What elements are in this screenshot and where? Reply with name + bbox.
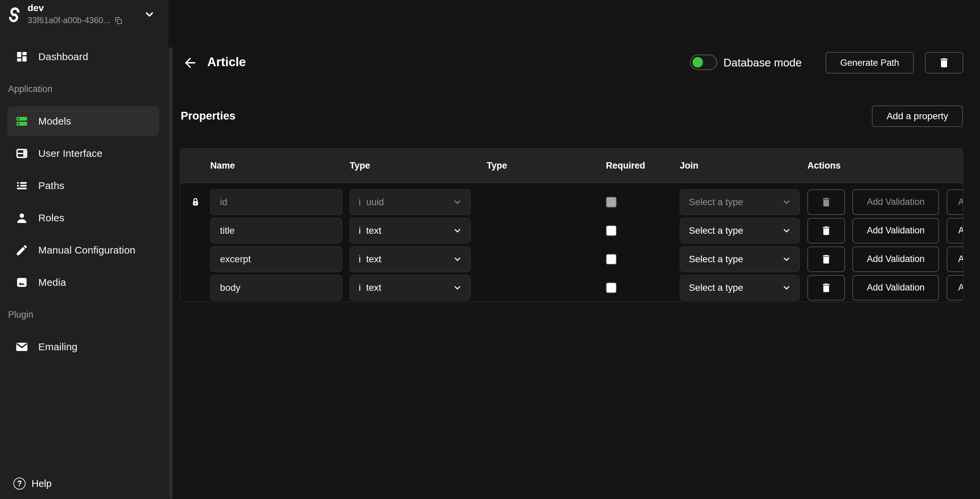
app-logo-icon — [7, 7, 22, 23]
join-type-select[interactable]: Select a type — [680, 189, 800, 215]
toggle-knob — [692, 57, 703, 67]
sidebar-item-manual-configuration[interactable]: Manual Configuration — [0, 234, 169, 266]
add-property-button[interactable]: Add a property — [872, 105, 963, 127]
workspace-name: dev — [27, 3, 44, 13]
type-prefix-icon: i — [359, 283, 361, 293]
property-row-title: itext Select a type — [180, 216, 963, 245]
join-placeholder: Select a type — [689, 197, 743, 208]
paths-list-icon — [14, 179, 30, 192]
trash-icon — [821, 254, 832, 265]
join-type-select[interactable]: Select a type — [680, 218, 800, 243]
back-arrow-button[interactable] — [182, 55, 198, 70]
help-label: Help — [32, 478, 52, 489]
dashboard-icon — [14, 50, 30, 63]
sidebar-nav: Dashboard Application Models — [0, 41, 169, 363]
sidebar-item-models[interactable]: Models — [0, 105, 169, 137]
join-placeholder: Select a type — [689, 283, 743, 293]
chevron-down-icon — [453, 197, 462, 207]
add-validation-button[interactable]: Add Validation — [853, 189, 939, 215]
add-validation-button[interactable]: Add Validation — [853, 246, 939, 272]
trash-icon — [821, 225, 832, 237]
sidebar-item-paths[interactable]: Paths — [0, 170, 169, 202]
trash-icon — [821, 282, 832, 294]
delete-model-button[interactable] — [925, 52, 963, 73]
chevron-down-icon — [453, 226, 462, 235]
add-validation-button[interactable]: Add Validation — [853, 218, 939, 243]
property-type-select[interactable]: itext — [350, 218, 471, 243]
generate-path-button[interactable]: Generate Path — [826, 52, 914, 73]
properties-heading: Properties — [181, 110, 235, 122]
table-body: iuuid Select a type — [180, 183, 963, 302]
chevron-down-icon — [782, 283, 791, 292]
clipped-action-button[interactable]: A — [947, 246, 963, 272]
database-mode-label: Database mode — [724, 56, 802, 69]
required-checkbox[interactable] — [606, 225, 617, 236]
property-name-input[interactable] — [210, 189, 342, 215]
copy-icon[interactable] — [114, 16, 123, 25]
column-header-name: Name — [210, 161, 350, 171]
roles-person-icon — [14, 211, 30, 225]
database-mode-toggle[interactable] — [690, 54, 718, 70]
sidebar-item-user-interface[interactable]: User Interface — [0, 137, 169, 170]
sidebar-item-label: Media — [38, 277, 66, 288]
property-type-select[interactable]: itext — [350, 275, 471, 300]
property-type-select[interactable]: iuuid — [350, 189, 471, 215]
type-prefix-icon: i — [359, 225, 361, 236]
type-value: text — [366, 225, 381, 236]
add-validation-button[interactable]: Add Validation — [853, 275, 939, 300]
delete-property-button[interactable] — [807, 275, 845, 300]
chevron-down-icon — [782, 197, 791, 207]
property-name-input[interactable] — [210, 275, 342, 300]
required-checkbox[interactable] — [606, 254, 617, 265]
workspace-id: 33f61a0f-a00b-4360... — [27, 16, 110, 25]
chevron-down-icon — [453, 283, 462, 292]
sidebar-item-label: Dashboard — [38, 51, 88, 62]
type-value: uuid — [366, 197, 384, 207]
sidebar-item-label: Emailing — [38, 341, 78, 353]
models-icon — [14, 114, 30, 128]
join-type-select[interactable]: Select a type — [680, 275, 800, 300]
column-header-type: Type — [350, 161, 478, 171]
column-header-required: Required — [606, 161, 680, 171]
workspace-header[interactable]: dev 33f61a0f-a00b-4360... — [0, 0, 169, 40]
property-type-select[interactable]: itext — [350, 246, 471, 272]
properties-table: Name Type Type Required Join Actions — [180, 148, 963, 302]
chevron-down-icon — [782, 226, 791, 235]
property-row-id: iuuid Select a type — [180, 188, 963, 216]
help-button[interactable]: ? Help — [13, 477, 52, 489]
clipped-action-button[interactable]: A — [947, 189, 963, 215]
media-image-icon — [14, 276, 30, 289]
chevron-down-icon — [782, 254, 791, 264]
lock-icon — [190, 197, 201, 208]
sidebar-item-roles[interactable]: Roles — [0, 202, 169, 234]
sidebar-item-label: Paths — [38, 180, 64, 191]
page-title: Article — [207, 55, 246, 69]
workspace-chevron-down-icon[interactable] — [144, 9, 155, 20]
trash-icon — [938, 57, 950, 69]
property-row-excerpt: itext Select a type — [180, 245, 963, 273]
sidebar-item-dashboard[interactable]: Dashboard — [0, 41, 169, 73]
sidebar-item-label: Manual Configuration — [38, 245, 135, 256]
column-header-join: Join — [680, 161, 807, 171]
property-name-input[interactable] — [210, 246, 342, 272]
user-interface-icon — [14, 147, 30, 160]
sidebar-item-emailing[interactable]: Emailing — [0, 331, 169, 363]
main-content: Article Database mode Generate Path Prop… — [169, 0, 980, 499]
required-checkbox[interactable] — [606, 197, 617, 208]
delete-property-button[interactable] — [807, 246, 845, 272]
required-checkbox[interactable] — [606, 283, 617, 293]
column-header-type-2: Type — [478, 161, 606, 171]
clipped-action-button[interactable]: A — [947, 218, 963, 243]
delete-property-button[interactable] — [807, 189, 845, 215]
clipped-action-button[interactable]: A — [947, 275, 963, 300]
delete-property-button[interactable] — [807, 218, 845, 243]
sidebar-item-media[interactable]: Media — [0, 266, 169, 299]
pencil-icon — [14, 243, 30, 257]
sidebar-item-label: Models — [38, 116, 71, 127]
property-name-input[interactable] — [210, 218, 342, 243]
join-placeholder: Select a type — [689, 254, 743, 265]
trash-icon — [821, 197, 832, 208]
type-value: text — [366, 283, 381, 293]
help-icon: ? — [13, 477, 25, 489]
join-type-select[interactable]: Select a type — [680, 246, 800, 272]
